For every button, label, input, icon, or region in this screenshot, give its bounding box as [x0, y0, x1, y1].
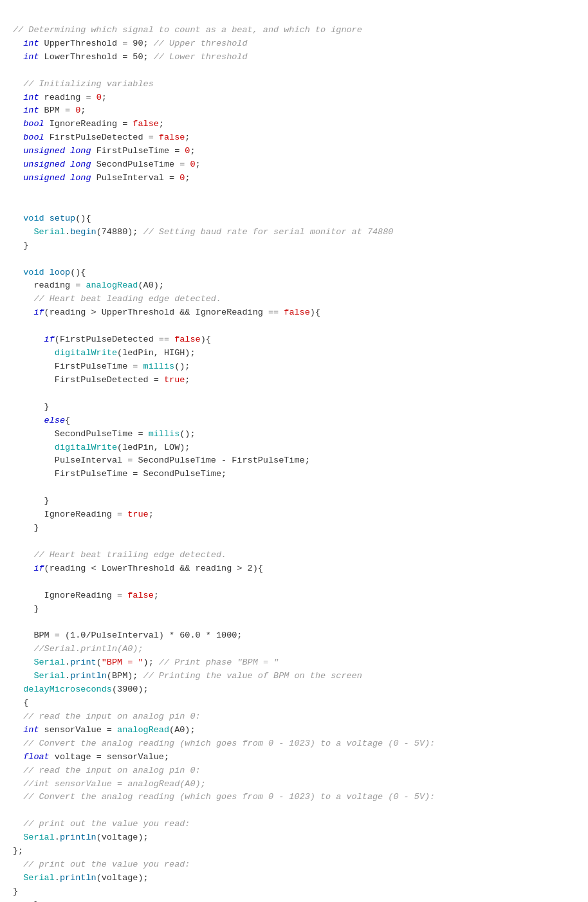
code-line: Serial.println(BPM); // Printing the val… — [13, 671, 362, 681]
code-line: } — [13, 241, 28, 250]
code-line: if(reading > UpperThreshold && IgnoreRea… — [13, 308, 320, 317]
code-line: } — [13, 887, 18, 896]
code-line: bool FirstPulseDetected = false; — [13, 133, 190, 142]
code-line: bool IgnoreReading = false; — [13, 119, 164, 129]
code-line: Serial.println(voltage); — [13, 833, 149, 842]
code-line: FirstPulseTime = SecondPulseTime; — [13, 469, 226, 479]
code-line: // Initializing variables — [13, 79, 154, 89]
code-line: else{ — [13, 416, 70, 425]
code-line: } — [13, 523, 39, 533]
code-line: // print out the value you read: — [13, 860, 190, 869]
code-line: void setup(){ — [13, 214, 91, 223]
code-line: // Convert the analog reading (which goe… — [13, 739, 435, 748]
code-line: //Serial.println(A0); — [13, 644, 143, 654]
code-line: Serial.println(voltage); — [13, 873, 149, 883]
code-line: FirstPulseTime = millis(); — [13, 362, 190, 371]
code-line: FirstPulseDetected = true; — [13, 375, 190, 385]
code-line: PulseInterval = SecondPulseTime - FirstP… — [13, 456, 310, 465]
code-line: { — [13, 698, 28, 708]
code-line: int sensorValue = analogRead(A0); — [13, 725, 196, 735]
code-line: } — [13, 604, 39, 614]
code-line: //int sensorValue = analogRead(A0); — [13, 779, 206, 789]
code-line: int LowerThreshold = 50; // Lower thresh… — [13, 52, 248, 62]
code-line: SecondPulseTime = millis(); — [13, 429, 196, 439]
code-line: IgnoreReading = false; — [13, 591, 159, 600]
code-line: int BPM = 0; — [13, 106, 86, 115]
code-line: unsigned long SecondPulseTime = 0; — [13, 160, 201, 169]
code-line: } — [13, 496, 50, 506]
code-line: Serial.begin(74880); // Setting baud rat… — [13, 227, 393, 237]
code-line: void loop(){ — [13, 268, 86, 277]
code-line: BPM = (1.0/PulseInterval) * 60.0 * 1000; — [13, 630, 242, 640]
code-editor: // Determining which signal to count as … — [0, 10, 588, 902]
code-line: unsigned long PulseInterval = 0; — [13, 173, 190, 183]
code-line: // Convert the analog reading (which goe… — [13, 792, 435, 802]
code-line: }; — [13, 846, 23, 856]
code-line: digitalWrite(ledPin, LOW); — [13, 443, 190, 452]
code-line: // read the input on analog pin 0: — [13, 766, 201, 775]
code-line: } — [13, 402, 50, 412]
code-line: IgnoreReading = true; — [13, 510, 154, 519]
code-line: unsigned long FirstPulseTime = 0; — [13, 146, 196, 156]
code-line: // Heart beat trailing edge detected. — [13, 550, 226, 560]
code-line: // read the input on analog pin 0: — [13, 712, 201, 721]
code-line: float voltage = sensorValue; — [13, 752, 169, 762]
code-line: int UpperThreshold = 90; // Upper thresh… — [13, 39, 248, 48]
code-line: // Determining which signal to count as … — [13, 25, 362, 35]
code-line: int reading = 0; — [13, 93, 107, 102]
code-line: digitalWrite(ledPin, HIGH); — [13, 348, 196, 358]
code-line: if(reading < LowerThreshold && reading >… — [13, 564, 263, 573]
code-line: // Heart beat leading edge detected. — [13, 294, 221, 304]
code-line: Serial.print("BPM = "); // Print phase "… — [13, 658, 279, 667]
code-line: if(FirstPulseDetected == false){ — [13, 335, 211, 344]
code-line: reading = analogRead(A0); — [13, 281, 164, 290]
code-line: delayMicroseconds(3900); — [13, 685, 149, 694]
code-line: // print out the value you read: — [13, 819, 190, 829]
